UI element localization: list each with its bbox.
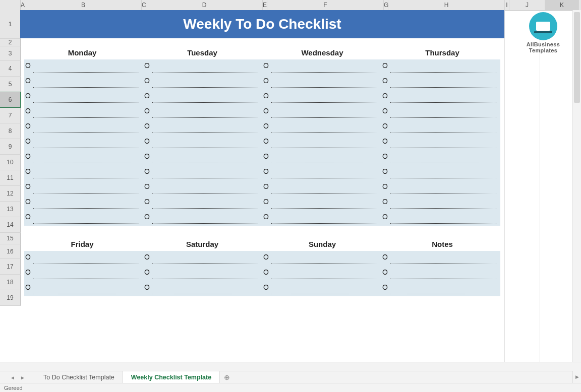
checklist-cell[interactable]: O xyxy=(381,59,500,75)
row-header-2[interactable]: 2 xyxy=(0,39,21,46)
row-header-10[interactable]: 10 xyxy=(0,155,21,170)
checklist-cell[interactable]: O xyxy=(143,150,262,165)
row-header-9[interactable]: 9 xyxy=(0,139,21,155)
row-header-5[interactable]: 5 xyxy=(0,77,21,92)
row-header-6[interactable]: 6 xyxy=(0,92,21,108)
col-header-D[interactable]: D xyxy=(146,0,263,11)
checklist-cell[interactable]: O xyxy=(381,75,500,90)
checklist-cell[interactable]: O xyxy=(24,120,143,135)
checklist-cell[interactable]: O xyxy=(24,195,143,211)
checklist-cell[interactable]: O xyxy=(143,251,262,266)
checklist-cell[interactable]: O xyxy=(381,150,500,165)
checklist-cell[interactable]: O xyxy=(143,281,262,296)
checklist-cell[interactable]: O xyxy=(24,90,143,105)
checklist-cell[interactable]: O xyxy=(381,105,500,120)
checklist-cell[interactable]: O xyxy=(262,120,381,135)
row-header-18[interactable]: 18 xyxy=(0,275,21,290)
checklist-cell[interactable]: O xyxy=(24,75,143,90)
checklist-cell[interactable]: O xyxy=(381,195,500,211)
checklist-cell[interactable]: O xyxy=(143,75,262,90)
new-sheet-button[interactable]: ⊕ xyxy=(220,371,234,383)
row-header-4[interactable]: 4 xyxy=(0,61,21,77)
checklist-cell[interactable]: O xyxy=(24,211,143,226)
checklist-cell[interactable]: O xyxy=(262,266,381,281)
checklist-cell[interactable]: O xyxy=(262,211,381,226)
checklist-cell[interactable]: O xyxy=(143,211,262,226)
checklist-cell[interactable]: O xyxy=(143,59,262,75)
checklist-cell[interactable]: O xyxy=(143,195,262,211)
checklist-cell[interactable]: O xyxy=(24,266,143,281)
row-header-8[interactable]: 8 xyxy=(0,123,21,139)
row-header-13[interactable]: 13 xyxy=(0,202,21,217)
tab-next-icon[interactable]: ► xyxy=(20,375,25,380)
checklist-cell[interactable]: O xyxy=(143,266,262,281)
row-header-7[interactable]: 7 xyxy=(0,108,21,123)
checklist-cell[interactable]: O xyxy=(24,150,143,165)
col-header-E[interactable]: E xyxy=(263,0,267,11)
col-header-K[interactable]: K xyxy=(545,0,579,11)
checklist-marker: O xyxy=(144,122,150,130)
checklist-cell[interactable]: O xyxy=(24,281,143,296)
checklist-cell[interactable]: O xyxy=(381,180,500,195)
checklist-cell[interactable]: O xyxy=(24,165,143,180)
checklist-cell[interactable]: O xyxy=(143,90,262,105)
checklist-cell[interactable]: O xyxy=(262,105,381,120)
tab-prev-icon[interactable]: ◄ xyxy=(10,375,15,380)
checklist-cell[interactable]: O xyxy=(262,150,381,165)
checklist-cell[interactable]: O xyxy=(262,59,381,75)
sheet-tab-active[interactable]: Weekly Checklist Template xyxy=(123,371,220,384)
checklist-cell[interactable]: O xyxy=(143,180,262,195)
tab-nav-buttons[interactable]: ◄ ► xyxy=(0,375,35,380)
scrollbar-thumb[interactable] xyxy=(574,12,580,103)
select-all-corner[interactable] xyxy=(0,0,21,11)
checklist-cell[interactable]: O xyxy=(381,266,500,281)
row-header-17[interactable]: 17 xyxy=(0,259,21,275)
checklist-cell[interactable]: O xyxy=(381,211,500,226)
checklist-cell[interactable]: O xyxy=(24,251,143,266)
checklist-cell[interactable]: O xyxy=(262,195,381,211)
sheet-tab-inactive[interactable]: To Do Checklist Template xyxy=(35,371,123,383)
checklist-cell[interactable]: O xyxy=(143,120,262,135)
row-header-15[interactable]: 15 xyxy=(0,233,21,244)
checklist-cell[interactable]: O xyxy=(262,165,381,180)
checklist-cell[interactable]: O xyxy=(24,135,143,150)
row-header-3[interactable]: 3 xyxy=(0,46,21,61)
checklist-cell[interactable]: O xyxy=(143,135,262,150)
col-header-F[interactable]: F xyxy=(267,0,384,11)
checklist-cell[interactable]: O xyxy=(143,165,262,180)
checklist-cell[interactable]: O xyxy=(381,90,500,105)
checklist-cell[interactable]: O xyxy=(381,281,500,296)
checklist-cell[interactable]: O xyxy=(381,135,500,150)
checklist-cell[interactable]: O xyxy=(24,59,143,75)
checklist-cell[interactable]: O xyxy=(24,105,143,120)
hscroll-right-button[interactable]: ▶ xyxy=(572,371,581,383)
checklist-cell[interactable]: O xyxy=(143,105,262,120)
checklist-cell[interactable]: O xyxy=(381,120,500,135)
checklist-cell[interactable]: O xyxy=(381,165,500,180)
horizontal-scroll-track[interactable] xyxy=(0,362,581,371)
checklist-cell[interactable]: O xyxy=(262,180,381,195)
col-header-C[interactable]: C xyxy=(142,0,146,11)
col-header-I[interactable]: I xyxy=(505,0,509,11)
checklist-cell[interactable]: O xyxy=(262,251,381,266)
row-header-11[interactable]: 11 xyxy=(0,170,21,186)
checklist-cell[interactable]: O xyxy=(24,180,143,195)
col-header-H[interactable]: H xyxy=(388,0,505,11)
checklist-cell[interactable]: O xyxy=(262,135,381,150)
checklist-row: OOOO xyxy=(24,266,500,281)
row-header-14[interactable]: 14 xyxy=(0,217,21,233)
col-header-B[interactable]: B xyxy=(25,0,142,11)
row-header-12[interactable]: 12 xyxy=(0,186,21,202)
checklist-cell[interactable]: O xyxy=(262,90,381,105)
col-header-A[interactable]: A xyxy=(21,0,25,11)
row-header-19[interactable]: 19 xyxy=(0,290,21,306)
checklist-cell[interactable]: O xyxy=(381,251,500,266)
row-header-16[interactable]: 16 xyxy=(0,244,21,259)
col-header-G[interactable]: G xyxy=(384,0,388,11)
spreadsheet-grid[interactable]: ABCDEFGHIJK 1234567891011121314151617181… xyxy=(0,0,581,363)
checklist-cell[interactable]: O xyxy=(262,75,381,90)
vertical-scrollbar[interactable] xyxy=(572,10,581,362)
col-header-J[interactable]: J xyxy=(509,0,545,11)
row-header-1[interactable]: 1 xyxy=(0,10,21,39)
checklist-cell[interactable]: O xyxy=(262,281,381,296)
